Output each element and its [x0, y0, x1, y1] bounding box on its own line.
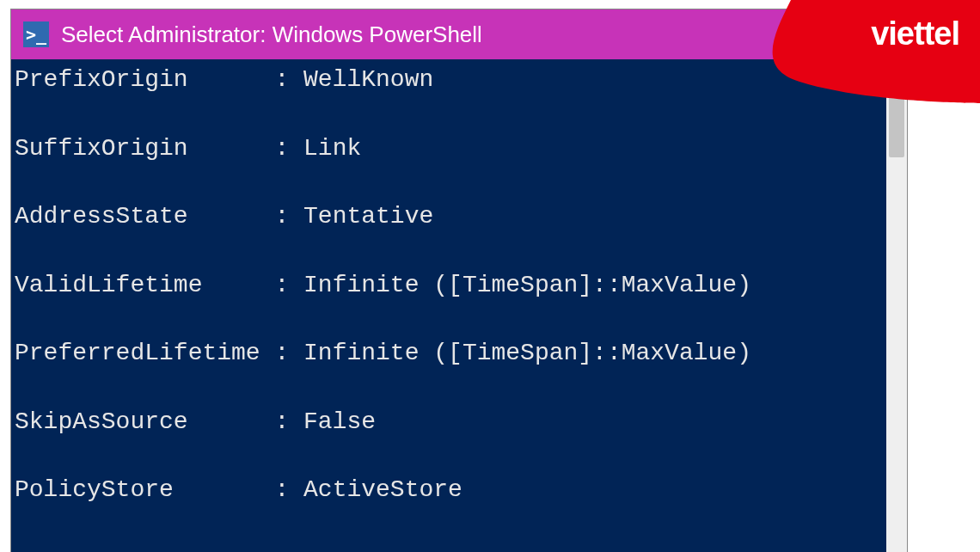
output-row: PolicyStore : ActiveStore [15, 473, 883, 507]
brand-badge: viettel [765, 0, 980, 103]
output-row: SkipAsSource : False [15, 405, 883, 439]
output-row: ValidLifetime : Infinite ([TimeSpan]::Ma… [15, 268, 883, 303]
window-title: Select Administrator: Windows PowerShell [61, 21, 482, 48]
brand-text: viettel [871, 15, 959, 52]
output-row: PrefixOrigin : WellKnown [15, 63, 883, 97]
scrollbar[interactable]: ∧ ∨ [886, 59, 907, 552]
terminal-body: PrefixOrigin : WellKnown SuffixOrigin : … [11, 59, 907, 552]
powershell-icon: >_ [23, 21, 49, 47]
terminal-content[interactable]: PrefixOrigin : WellKnown SuffixOrigin : … [11, 59, 886, 552]
output-row: SuffixOrigin : Link [15, 132, 883, 166]
powershell-icon-glyph: >_ [26, 24, 46, 45]
output-row: PreferredLifetime : Infinite ([TimeSpan]… [15, 336, 883, 371]
output-row: AddressState : Tentative [15, 199, 883, 234]
